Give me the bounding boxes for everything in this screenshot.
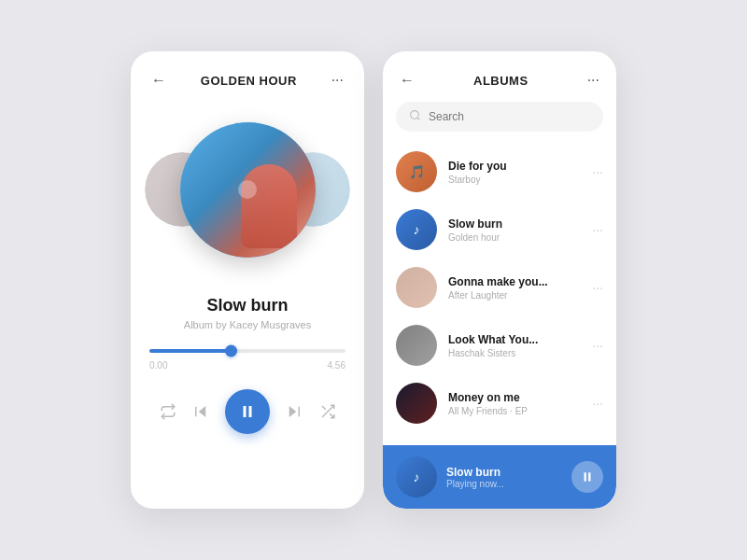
progress-area: 0.00 4.56 [149,349,345,371]
now-playing-bar: ♪ Slow burn Playing now... [383,445,616,509]
player-back-button[interactable]: ← [149,70,168,91]
back-icon: ← [400,72,415,89]
album-item-more-1[interactable]: ··· [592,222,603,237]
albums-back-button[interactable]: ← [398,70,416,91]
album-item-sub-2: After Laughter [448,290,581,301]
albums-header: ← ALBUMS ··· [383,51,616,102]
back-icon: ← [151,72,166,89]
album-item-info-0: Die for you Starboy [448,160,581,185]
repeat-button[interactable] [160,403,176,420]
track-info: Slow burn Album by Kacey Musgraves [184,296,311,330]
album-list-item[interactable]: 🎵 Die for you Starboy ··· [383,143,616,201]
more-icon: ··· [587,72,599,89]
player-controls [160,389,336,434]
now-playing-thumb: ♪ [396,456,437,497]
next-button[interactable] [286,403,303,420]
album-item-more-4[interactable]: ··· [592,396,603,411]
progress-fill [149,349,232,353]
album-item-sub-0: Starboy [448,175,581,185]
album-thumb-3 [396,325,437,366]
search-input[interactable] [429,110,590,123]
album-item-sub-4: All My Friends · EP [448,406,581,416]
now-playing-pause-button[interactable] [571,461,603,493]
prev-button[interactable] [192,403,209,420]
track-subtitle: Album by Kacey Musgraves [184,319,311,330]
album-carousel [149,105,345,273]
album-thumb-1: ♪ [396,209,437,250]
album-thumb-2 [396,267,437,308]
time-current: 0.00 [149,360,167,371]
album-item-title-3: Look What You... [448,333,581,346]
album-item-more-2[interactable]: ··· [592,280,603,295]
time-total: 4.56 [328,360,345,371]
shuffle-button[interactable] [319,403,336,420]
album-item-title-1: Slow burn [448,217,581,231]
album-item-info-4: Money on me All My Friends · EP [448,391,581,416]
progress-thumb[interactable] [225,345,237,357]
search-bar[interactable] [396,102,603,132]
now-playing-title: Slow burn [446,466,562,479]
album-item-info-3: Look What You... Haschak Sisters [448,333,581,358]
pause-button[interactable] [225,389,270,434]
svg-line-8 [322,406,326,410]
player-panel: ← GOLDEN HOUR ··· Slow burn Album by Kac… [131,51,364,509]
player-more-button[interactable]: ··· [330,70,345,91]
player-header: ← GOLDEN HOUR ··· [149,70,345,91]
album-item-info-2: Gonna make you... After Laughter [448,275,581,301]
album-item-title-0: Die for you [448,160,581,173]
album-thumb-4 [396,383,437,424]
now-playing-subtitle: Playing now... [446,479,562,489]
now-playing-info: Slow burn Playing now... [446,466,562,489]
svg-rect-11 [585,472,586,481]
svg-marker-4 [289,406,297,417]
album-item-sub-1: Golden hour [448,232,581,243]
more-icon: ··· [331,72,344,89]
album-item-more-0[interactable]: ··· [592,164,603,179]
player-title: GOLDEN HOUR [201,74,297,88]
svg-rect-12 [588,472,590,481]
search-icon [409,109,421,124]
app-container: ← GOLDEN HOUR ··· Slow burn Album by Kac… [0,0,747,560]
albums-panel: ← ALBUMS ··· 🎵 Die for you [383,51,616,509]
album-item-sub-3: Haschak Sisters [448,348,581,358]
album-item-title-2: Gonna make you... [448,275,581,288]
svg-marker-0 [199,406,206,417]
track-title: Slow burn [184,296,311,315]
album-item-more-3[interactable]: ··· [592,338,603,353]
svg-rect-2 [244,406,247,417]
progress-times: 0.00 4.56 [149,360,345,371]
svg-rect-3 [249,406,252,417]
album-thumb-0: 🎵 [396,151,437,192]
album-list-item[interactable]: Look What You... Haschak Sisters ··· [383,316,616,374]
album-list-item[interactable]: ♪ Slow burn Golden hour ··· [383,201,616,259]
svg-point-9 [411,111,419,119]
album-main [180,122,316,258]
album-list-item[interactable]: Money on me All My Friends · EP ··· [383,374,616,432]
svg-line-10 [417,118,419,119]
album-item-info-1: Slow burn Golden hour [448,217,581,243]
progress-bar[interactable] [149,349,345,353]
album-list-item[interactable]: Gonna make you... After Laughter ··· [383,259,616,316]
albums-more-button[interactable]: ··· [585,70,601,91]
albums-title: ALBUMS [473,74,529,88]
album-item-title-4: Money on me [448,391,581,404]
